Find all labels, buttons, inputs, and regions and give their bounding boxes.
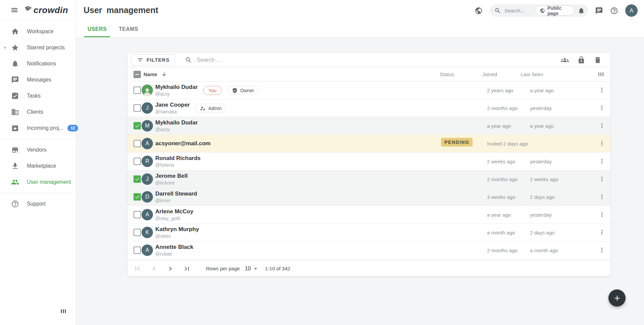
crowdin-logo-icon bbox=[22, 5, 33, 15]
sidebar-item-label: Marketplace bbox=[27, 163, 56, 169]
column-header-last-seen[interactable]: Last Seen bbox=[521, 71, 543, 77]
kebab-menu-icon[interactable] bbox=[598, 247, 605, 254]
groups-icon[interactable] bbox=[561, 56, 569, 64]
kebab-menu-icon[interactable] bbox=[598, 87, 605, 94]
table-row[interactable]: Aacsyoner@mail.comPENDINGInvited 2 days … bbox=[127, 135, 610, 153]
kebab-menu-icon[interactable] bbox=[598, 193, 605, 200]
table-row[interactable]: KKathryn Murphy@sleksa month ago2 days a… bbox=[127, 224, 610, 241]
previous-page-icon[interactable] bbox=[150, 265, 158, 273]
sidebar-item-user-management[interactable]: User management bbox=[0, 174, 76, 190]
user-cell: Mykhailo Dudar@acsy bbox=[155, 117, 198, 135]
table-search-input[interactable] bbox=[197, 57, 331, 63]
sort-descending-icon[interactable] bbox=[161, 71, 167, 77]
sidebar-item-clients[interactable]: Clients bbox=[0, 104, 76, 120]
sidebar-item-tasks[interactable]: Tasks bbox=[0, 88, 76, 104]
row-checkbox[interactable] bbox=[133, 193, 141, 201]
select-all-checkbox[interactable] bbox=[133, 71, 141, 78]
row-checkbox[interactable] bbox=[133, 175, 141, 183]
table-row[interactable]: AArlene McCoy@stay_golda year agoyesterd… bbox=[127, 206, 610, 224]
joined-cell: 2 years ago bbox=[487, 88, 513, 93]
sidebar-item-messages[interactable]: Messages bbox=[0, 72, 76, 88]
column-header-joined[interactable]: Joined bbox=[482, 71, 497, 77]
sidebar-item-workspace[interactable]: Workspace bbox=[0, 23, 76, 40]
user-name[interactable]: Darrell Steward bbox=[155, 191, 197, 197]
table-body: Mykhailo Dudar@acsyYouOwner2 years agoa … bbox=[127, 82, 610, 259]
user-name[interactable]: acsyoner@mail.com bbox=[155, 140, 211, 147]
kebab-menu-icon[interactable] bbox=[598, 229, 605, 236]
sidebar-item-incoming-proj[interactable]: Incoming proj...12 bbox=[0, 120, 76, 136]
kebab-menu-icon[interactable] bbox=[598, 104, 605, 111]
kebab-menu-icon[interactable] bbox=[598, 175, 605, 182]
language-globe-icon[interactable] bbox=[475, 7, 483, 15]
sidebar-item-starred-projects[interactable]: Starred projects bbox=[0, 40, 76, 56]
first-page-icon[interactable] bbox=[133, 265, 142, 273]
last-page-icon[interactable] bbox=[183, 265, 191, 273]
user-cell: Annette Black@rubae bbox=[155, 241, 193, 259]
notifications-bell-icon[interactable] bbox=[578, 7, 585, 14]
user-name[interactable]: Arlene McCoy bbox=[155, 208, 193, 215]
avatar: A bbox=[142, 209, 153, 220]
sidebar-item-marketplace[interactable]: Marketplace bbox=[0, 158, 76, 174]
table-row[interactable]: AAnnette Black@rubae2 months agoa month … bbox=[127, 241, 610, 259]
kebab-menu-icon[interactable] bbox=[598, 140, 605, 147]
help-icon[interactable] bbox=[610, 7, 618, 15]
lock-icon[interactable] bbox=[577, 56, 585, 64]
joined-cell: a month ago bbox=[487, 230, 515, 235]
next-page-icon[interactable] bbox=[166, 265, 174, 273]
rows-per-page-select[interactable]: 10 bbox=[245, 265, 259, 272]
sidebar-item-label: Clients bbox=[27, 109, 43, 115]
expand-caret-icon[interactable] bbox=[2, 45, 8, 51]
public-page-label: Public page bbox=[547, 5, 570, 16]
filters-button[interactable]: FILTERS bbox=[131, 54, 175, 66]
bulk-actions bbox=[561, 56, 602, 64]
table-row[interactable]: MMykhailo Dudar@acsya year agoa year ago bbox=[127, 117, 610, 135]
user-name-block: Jane Cooper@namaka bbox=[155, 102, 190, 115]
table-row[interactable]: RRonald Richards@helena2 weeks agoyester… bbox=[127, 153, 610, 170]
messages-chat-icon[interactable] bbox=[595, 7, 603, 15]
crowdin-logo[interactable]: crowdin bbox=[22, 5, 68, 15]
panel-columns-toggle-icon[interactable] bbox=[60, 308, 67, 315]
status-cell: PENDING bbox=[441, 139, 473, 145]
trash-icon[interactable] bbox=[594, 56, 602, 64]
global-search-input[interactable] bbox=[504, 8, 535, 13]
user-name[interactable]: Kathryn Murphy bbox=[155, 226, 199, 233]
add-user-fab[interactable] bbox=[608, 289, 626, 307]
sidebar-item-vendors[interactable]: Vendors bbox=[0, 142, 76, 158]
row-checkbox[interactable] bbox=[133, 104, 141, 112]
tab-teams[interactable]: TEAMS bbox=[115, 26, 142, 37]
column-header-status[interactable]: Status bbox=[440, 71, 454, 77]
user-name[interactable]: Mykhailo Dudar bbox=[155, 84, 198, 91]
table-row[interactable]: Mykhailo Dudar@acsyYouOwner2 years agoa … bbox=[127, 82, 610, 99]
row-checkbox[interactable] bbox=[133, 158, 141, 165]
kebab-menu-icon[interactable] bbox=[598, 158, 605, 165]
kebab-menu-icon[interactable] bbox=[598, 122, 605, 129]
row-checkbox[interactable] bbox=[133, 87, 141, 94]
row-checkbox[interactable] bbox=[133, 229, 141, 236]
user-name[interactable]: Jerome Bell bbox=[155, 173, 187, 179]
table-row[interactable]: DDarrell Steward@inner3 weeks ago2 days … bbox=[127, 188, 610, 206]
sidebar-item-notifications[interactable]: Notifications bbox=[0, 56, 76, 72]
user-name[interactable]: Annette Black bbox=[155, 244, 193, 251]
owner-badge-label: Owner bbox=[240, 88, 254, 93]
tab-users[interactable]: USERS bbox=[84, 26, 110, 37]
columns-settings-icon[interactable] bbox=[597, 70, 605, 78]
sidebar-item-support[interactable]: Support bbox=[0, 196, 76, 212]
sidebar-header: crowdin bbox=[0, 0, 76, 20]
sidebar-item-label: Workspace bbox=[27, 29, 54, 35]
user-name[interactable]: Ronald Richards bbox=[155, 155, 201, 162]
hamburger-menu-icon[interactable] bbox=[10, 6, 18, 14]
row-checkbox[interactable] bbox=[133, 122, 141, 129]
sidebar-item-label: Starred projects bbox=[27, 45, 65, 51]
row-checkbox[interactable] bbox=[133, 247, 141, 254]
public-page-button[interactable]: Public page bbox=[535, 6, 574, 15]
user-avatar[interactable]: A bbox=[625, 4, 638, 17]
user-name[interactable]: Mykhailo Dudar bbox=[155, 119, 198, 126]
table-row[interactable]: JJerome Bell@tickone2 months ago2 weeks … bbox=[127, 170, 610, 188]
filters-label: FILTERS bbox=[147, 57, 169, 63]
row-checkbox[interactable] bbox=[133, 211, 141, 218]
column-header-name[interactable]: Name bbox=[144, 71, 157, 77]
table-row[interactable]: JJane Cooper@namakaAdmin2 months agoyest… bbox=[127, 99, 610, 117]
user-name[interactable]: Jane Cooper bbox=[155, 102, 190, 108]
kebab-menu-icon[interactable] bbox=[598, 211, 605, 218]
row-checkbox[interactable] bbox=[133, 140, 141, 147]
